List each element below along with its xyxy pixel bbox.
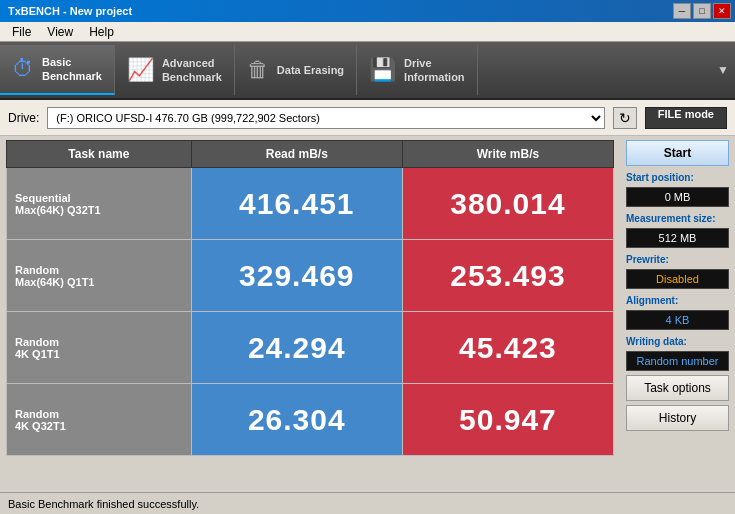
titlebar: TxBENCH - New project ─ □ ✕ [0,0,735,22]
drivebar: Drive: (F:) ORICO UFSD-I 476.70 GB (999,… [0,100,735,136]
drive-information-label: DriveInformation [404,56,465,85]
refresh-button[interactable]: ↻ [613,107,637,129]
benchmark-area: Task name Read mB/s Write mB/s Sequentia… [0,136,620,492]
window-controls: ─ □ ✕ [673,3,731,19]
toolbar-drive-information[interactable]: 💾 DriveInformation [357,45,478,95]
drive-information-icon: 💾 [369,57,396,83]
read-cell: 26.304 [191,384,402,456]
write-value: 380.014 [450,187,565,220]
write-value: 45.423 [459,331,557,364]
read-cell: 24.294 [191,312,402,384]
advanced-benchmark-icon: 📈 [127,57,154,83]
read-value: 26.304 [248,403,346,436]
measurement-size-label: Measurement size: [626,213,729,224]
task-cell: SequentialMax(64K) Q32T1 [7,168,192,240]
write-value: 50.947 [459,403,557,436]
basic-benchmark-label: BasicBenchmark [42,55,102,84]
toolbar-data-erasing[interactable]: 🗑 Data Erasing [235,45,357,95]
alignment-value: 4 KB [626,310,729,330]
main-area: Task name Read mB/s Write mB/s Sequentia… [0,136,735,492]
read-cell: 416.451 [191,168,402,240]
task-options-button[interactable]: Task options [626,375,729,401]
drive-label: Drive: [8,111,39,125]
write-cell: 45.423 [402,312,613,384]
menubar: File View Help [0,22,735,42]
prewrite-value: Disabled [626,269,729,289]
table-row: RandomMax(64K) Q1T1329.469253.493 [7,240,614,312]
writing-data-value: Random number [626,351,729,371]
col-header-write: Write mB/s [402,141,613,168]
start-position-value: 0 MB [626,187,729,207]
toolbar-dropdown[interactable]: ▼ [711,45,735,95]
close-button[interactable]: ✕ [713,3,731,19]
window-title: TxBENCH - New project [4,5,132,17]
write-cell: 380.014 [402,168,613,240]
prewrite-label: Prewrite: [626,254,729,265]
table-row: Random4K Q1T124.29445.423 [7,312,614,384]
writing-data-label: Writing data: [626,336,729,347]
basic-benchmark-icon: ⏱ [12,56,34,82]
benchmark-table-body: SequentialMax(64K) Q32T1416.451380.014Ra… [7,168,614,456]
task-cell: Random4K Q32T1 [7,384,192,456]
filemode-button[interactable]: FILE mode [645,107,727,129]
write-cell: 253.493 [402,240,613,312]
right-panel: Start Start position: 0 MB Measurement s… [620,136,735,492]
table-row: Random4K Q32T126.30450.947 [7,384,614,456]
alignment-label: Alignment: [626,295,729,306]
benchmark-table: Task name Read mB/s Write mB/s Sequentia… [6,140,614,456]
toolbar-basic-benchmark[interactable]: ⏱ BasicBenchmark [0,45,115,95]
menu-help[interactable]: Help [81,23,122,41]
read-cell: 329.469 [191,240,402,312]
advanced-benchmark-label: AdvancedBenchmark [162,56,222,85]
task-cell: Random4K Q1T1 [7,312,192,384]
statusbar: Basic Benchmark finished successfully. [0,492,735,514]
toolbar-advanced-benchmark[interactable]: 📈 AdvancedBenchmark [115,45,235,95]
write-value: 253.493 [450,259,565,292]
menu-view[interactable]: View [39,23,81,41]
read-value: 24.294 [248,331,346,364]
measurement-size-value: 512 MB [626,228,729,248]
status-text: Basic Benchmark finished successfully. [8,498,199,510]
col-header-task: Task name [7,141,192,168]
write-cell: 50.947 [402,384,613,456]
start-position-label: Start position: [626,172,729,183]
read-value: 329.469 [239,259,354,292]
drive-select[interactable]: (F:) ORICO UFSD-I 476.70 GB (999,722,902… [47,107,604,129]
col-header-read: Read mB/s [191,141,402,168]
toolbar: ⏱ BasicBenchmark 📈 AdvancedBenchmark 🗑 D… [0,42,735,100]
history-button[interactable]: History [626,405,729,431]
maximize-button[interactable]: □ [693,3,711,19]
menu-file[interactable]: File [4,23,39,41]
data-erasing-label: Data Erasing [277,63,344,77]
table-row: SequentialMax(64K) Q32T1416.451380.014 [7,168,614,240]
data-erasing-icon: 🗑 [247,57,269,83]
start-button[interactable]: Start [626,140,729,166]
read-value: 416.451 [239,187,354,220]
task-cell: RandomMax(64K) Q1T1 [7,240,192,312]
minimize-button[interactable]: ─ [673,3,691,19]
